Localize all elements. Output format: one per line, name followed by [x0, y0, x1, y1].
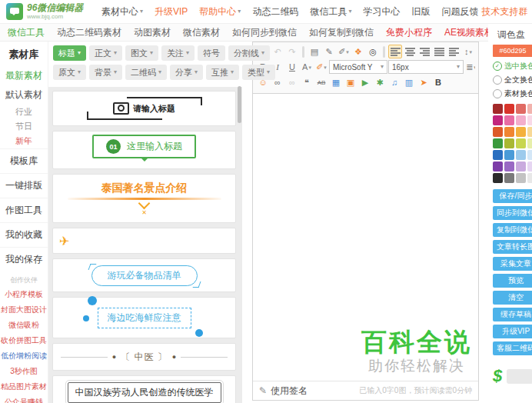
video-icon[interactable]: ▶ — [358, 75, 372, 89]
color-swatch[interactable] — [516, 127, 526, 137]
color-swatch[interactable] — [527, 115, 532, 125]
color-swatch[interactable] — [493, 150, 503, 160]
subnav-item[interactable]: 微信素材 — [183, 26, 220, 39]
tag-filter-button[interactable]: 原文 ▾ — [53, 65, 86, 80]
sidebar-item[interactable]: 公众号赚钱 — [0, 395, 48, 403]
sidebar-item[interactable]: 模板库 — [0, 148, 48, 173]
image-icon[interactable]: ▣ — [344, 75, 357, 89]
tag-filter-button[interactable]: 互推 ▾ — [206, 65, 239, 80]
sidebar-item[interactable]: 封面大图设计 — [0, 302, 48, 318]
color-swatch[interactable] — [527, 127, 532, 137]
color-swatch[interactable] — [527, 104, 532, 114]
color-swatch[interactable] — [493, 173, 503, 183]
color-swatch[interactable] — [504, 173, 514, 183]
subnav-item[interactable]: 动态二维码素材 — [57, 26, 121, 39]
palette-mode-option[interactable]: 全文换色 — [493, 75, 532, 85]
color-swatch[interactable] — [504, 104, 514, 114]
file-icon[interactable]: ▥ — [402, 75, 416, 89]
separator[interactable] — [383, 46, 385, 58]
subnav-item[interactable]: 微信工具 — [8, 26, 45, 39]
sidebar-item[interactable]: 一键排版 — [0, 173, 48, 198]
sidebar-item[interactable]: 微信吸粉 — [0, 318, 48, 333]
music-icon[interactable]: ♫ — [387, 75, 401, 89]
color-swatch[interactable] — [493, 127, 503, 137]
panel-action-button[interactable]: 清空 — [493, 291, 532, 305]
panel-action-button[interactable]: 客服二维码 — [493, 341, 532, 355]
find-replace-icon[interactable]: ◎ — [366, 45, 380, 58]
pen-icon[interactable]: ✎ — [322, 45, 336, 58]
scrollbar-thumb[interactable] — [238, 86, 241, 123]
highlight-color-icon[interactable]: ✐ ▾ — [314, 60, 328, 74]
color-swatch[interactable] — [504, 162, 514, 172]
underline-button[interactable]: U — [285, 60, 299, 74]
nav-item[interactable]: 素材中心 ▾ — [101, 5, 143, 18]
ordered-list-icon[interactable]: ≣ ▾ — [464, 60, 475, 74]
panel-action-button[interactable]: 预览 — [493, 274, 532, 288]
color-swatch[interactable] — [493, 115, 503, 125]
panel-action-button[interactable]: 缓存草稿 — [493, 308, 532, 321]
sidebar-item[interactable]: 作图工具 — [0, 198, 48, 222]
template-card-divider-title[interactable]: ● 〔 中医 〕 ● — [52, 343, 236, 371]
subnav-item[interactable]: 如何复制到微信 — [309, 26, 374, 39]
palette-mode-option[interactable]: 素材换色 — [493, 88, 532, 99]
tag-filter-button[interactable]: 背景 ▾ — [89, 65, 122, 80]
sidebar-item[interactable]: 我的收藏 — [0, 222, 48, 247]
template-card-orange-headline[interactable]: 泰国著名景点介绍 ✕ — [52, 174, 236, 223]
nav-item[interactable]: 技术支持群 — [481, 5, 527, 18]
clear-format-icon[interactable]: ❖ — [351, 45, 365, 58]
baidu-icon[interactable]: B — [431, 75, 445, 89]
color-swatch[interactable] — [516, 115, 526, 125]
nav-item[interactable]: 升级VIP — [155, 5, 188, 18]
indent-icon[interactable] — [447, 45, 461, 58]
tag-filter-button[interactable]: 图文 ▾ — [125, 45, 158, 61]
panel-action-button[interactable]: 同步到微信 — [493, 206, 532, 220]
color-swatch[interactable] — [493, 104, 503, 114]
align-center-icon[interactable] — [403, 45, 417, 58]
color-swatch[interactable] — [504, 115, 514, 125]
nav-item[interactable]: 动态二维码 — [252, 5, 298, 18]
color-swatch[interactable] — [527, 173, 532, 183]
strikethrough-icon[interactable]: AB — [314, 75, 328, 89]
tag-filter-button[interactable]: 标题 ▾ — [53, 45, 86, 61]
unlink-icon[interactable]: ∞ — [285, 75, 299, 89]
font-family-select[interactable]: MicroSoft Y ▾ — [329, 60, 387, 74]
tag-filter-button[interactable]: 二维码 ▾ — [125, 65, 167, 80]
sidebar-item[interactable]: 创作伙伴 — [0, 271, 48, 287]
blockquote-icon[interactable]: ❝ — [300, 75, 314, 89]
sidebar-item[interactable]: 新年 — [0, 134, 48, 148]
format-painter-icon[interactable]: ✐ ▾ — [337, 45, 351, 58]
send-icon[interactable]: ➤ — [417, 75, 431, 89]
align-justify-icon[interactable] — [432, 45, 446, 58]
tag-filter-button[interactable]: 分割线 ▾ — [228, 45, 270, 61]
sidebar-item[interactable]: 默认素材 — [0, 85, 48, 105]
template-card-plane-divider[interactable]: ✈ — [52, 228, 236, 254]
color-swatch[interactable] — [504, 138, 514, 148]
line-height-icon[interactable]: ↕ ▾ — [461, 45, 475, 58]
subnav-item[interactable]: 动图素材 — [134, 26, 171, 39]
subnav-item[interactable]: 如何同步到微信 — [232, 26, 297, 39]
sidebar-item[interactable]: 3秒作图 — [0, 364, 48, 379]
panel-action-button[interactable]: 保存/同步 — [493, 189, 532, 203]
flash-icon[interactable]: ✱ — [373, 75, 387, 89]
tag-filter-button[interactable]: 符号 — [198, 45, 225, 61]
redo-icon[interactable]: ↷ — [285, 45, 299, 58]
floating-widget-placeholder[interactable] — [507, 369, 532, 384]
sidebar-item[interactable]: 节日 — [0, 119, 48, 134]
template-card-camera-title[interactable]: 请输入标题 — [52, 91, 236, 126]
color-swatch[interactable] — [493, 138, 503, 148]
sidebar-item[interactable]: 最新素材 — [0, 66, 48, 85]
color-swatch[interactable] — [516, 104, 526, 114]
nav-item[interactable]: 学习中心 — [363, 5, 400, 18]
align-left-icon[interactable] — [388, 45, 402, 58]
color-swatch[interactable] — [527, 162, 532, 172]
color-swatch[interactable] — [493, 162, 503, 172]
template-card-boxed-headline[interactable]: 中国汉族劳动人民创造的传统医学 — [52, 375, 236, 403]
font-size-select[interactable]: 16px ▾ — [388, 60, 464, 74]
subnav-item[interactable]: 免费小程序 — [386, 26, 432, 39]
color-swatch[interactable] — [516, 150, 526, 160]
sidebar-item[interactable]: 砍价拼图工具 — [0, 333, 48, 348]
tag-filter-button[interactable]: 类型 ▾ — [242, 65, 275, 80]
tag-filter-button[interactable]: 正文 ▾ — [89, 45, 122, 61]
palette-mode-option[interactable]: ✓ 选中换色 — [493, 61, 532, 72]
use-signature-link[interactable]: 使用签名 — [271, 385, 308, 398]
